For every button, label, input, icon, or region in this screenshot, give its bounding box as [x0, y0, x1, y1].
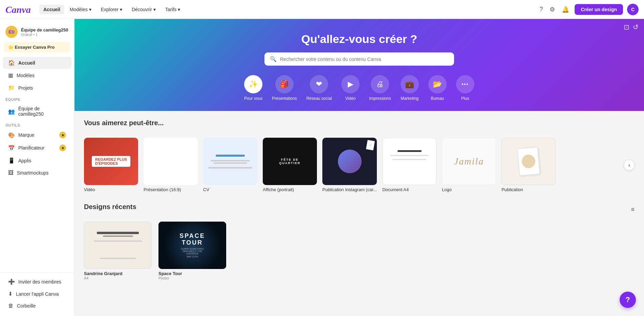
settings-icon-btn[interactable]: ⚙: [548, 4, 556, 15]
sidebar-label-accueil: Accueil: [18, 60, 35, 66]
try-pro-button[interactable]: 🌟 Essayer Canva Pro: [4, 42, 70, 52]
sidebar-item-modeles[interactable]: ▦ Modèles: [3, 69, 71, 81]
canva-logo[interactable]: Canva: [5, 4, 33, 15]
recent-card-sandrine[interactable]: Sandrine Granjard A4: [84, 222, 152, 280]
equipe-icon: 👥: [8, 108, 15, 115]
list-view-button[interactable]: ≡: [631, 206, 635, 213]
card-publication-label: Publication: [501, 187, 556, 192]
projets-icon: 📁: [8, 85, 15, 91]
recent-card-space-tour[interactable]: SPACETOUR LEARN SOMETHINGNEW ABOUT THEUN…: [158, 222, 226, 280]
hero-category-reseau-social[interactable]: ❤ Réseau social: [306, 75, 332, 101]
hero-category-bureau[interactable]: 📂 Bureau: [428, 75, 447, 101]
search-input[interactable]: [280, 57, 449, 62]
sidebar-user-sub: Gratuit • 1: [21, 32, 68, 37]
hero-top-right: ⊡ ↺: [624, 23, 639, 31]
plus-icon: •••: [456, 75, 474, 93]
avatar[interactable]: C: [627, 4, 639, 15]
create-design-button[interactable]: Créer un design: [575, 4, 623, 15]
nav-modeles[interactable]: Modèles ▾: [66, 5, 95, 14]
planificateur-icon: 📅: [8, 145, 15, 151]
video-icon: ▶: [341, 75, 360, 93]
marketing-icon: 💼: [401, 75, 419, 93]
sidebar-item-marque[interactable]: 🎨 Marque ★: [3, 129, 71, 141]
card-affiche-label: Affiche (portrait): [263, 187, 317, 192]
hero-share-button[interactable]: ↺: [633, 23, 639, 31]
card-instagram-label: Publication Instagram (car...: [322, 187, 377, 192]
nav-tarifs[interactable]: Tarifs ▾: [161, 5, 184, 14]
nav-explorer[interactable]: Explorer ▾: [97, 5, 126, 14]
hero-category-marketing[interactable]: 💼 Marketing: [401, 75, 419, 101]
sidebar-item-inviter[interactable]: ➕ Inviter des membres: [3, 276, 71, 288]
pour-vous-icon: ✨: [244, 75, 262, 93]
sidebar-item-applis[interactable]: 📱 Applis: [3, 155, 71, 166]
hero-category-icons: ✨ Pour vous 🎒 Présentations ❤ Réseau soc…: [244, 75, 474, 101]
sidebar-item-smartmockups[interactable]: 🖼 Smartmockups: [3, 167, 71, 179]
content-area: Vous aimerez peut-être... REGARDEZ PLUSD…: [74, 111, 644, 288]
sidebar-label-inviter: Inviter des membres: [18, 279, 61, 285]
card-video-label: Vidéo: [84, 187, 138, 192]
sidebar-item-lancer[interactable]: ⬇ Lancer l'appli Canva: [3, 288, 71, 300]
sidebar-avatar: ÉD: [5, 26, 18, 38]
outils-section-label: Outils: [0, 120, 74, 129]
nav-decouvrir[interactable]: Découvrir ▾: [128, 5, 160, 14]
card-video[interactable]: REGARDEZ PLUSD'ÉPISODES Vidéo: [84, 138, 138, 192]
help-icon-btn[interactable]: ?: [538, 4, 544, 14]
card-presentation-label: Présentation (16:9): [144, 187, 198, 192]
card-instagram[interactable]: 📄 Publication Instagram (car...: [322, 138, 377, 192]
notifications-icon-btn[interactable]: 🔔: [560, 4, 571, 15]
hero-section: ⊡ ↺ Qu'allez-vous créer ? 🔍 ✨ Pour vous …: [74, 19, 644, 111]
planificateur-badge: ★: [59, 144, 66, 151]
card-cv[interactable]: CV: [203, 138, 257, 192]
sidebar-label-planificateur: Planificateur: [18, 145, 44, 151]
pour-vous-label: Pour vous: [244, 96, 262, 101]
corbeille-icon: 🗑: [8, 303, 14, 309]
recent-header: Designs récents ≡: [84, 203, 635, 216]
modeles-icon: ▦: [8, 72, 13, 78]
hero-category-presentations[interactable]: 🎒 Présentations: [272, 75, 297, 101]
suggestions-scroll-right[interactable]: ›: [624, 160, 635, 171]
sidebar-item-accueil[interactable]: 🏠 Accueil: [3, 57, 71, 69]
sidebar-item-equipe[interactable]: 👥 Équipe de camilleg250: [3, 103, 71, 119]
sidebar-item-planificateur[interactable]: 📅 Planificateur ★: [3, 142, 71, 154]
sidebar-user-name: Équipe de camilleg250: [21, 27, 68, 32]
card-presentation[interactable]: Présentation (16:9): [144, 138, 198, 192]
hero-category-video[interactable]: ▶ Vidéo: [341, 75, 360, 101]
marque-badge: ★: [59, 132, 66, 138]
sidebar-user-details: Équipe de camilleg250 Gratuit • 1: [21, 27, 68, 37]
recent-card-space-tour-label: Space Tour: [158, 271, 226, 276]
suggestions-cards: REGARDEZ PLUSD'ÉPISODES Vidéo: [84, 138, 635, 192]
reseau-social-icon: ❤: [310, 75, 328, 93]
hero-category-pour-vous[interactable]: ✨ Pour vous: [244, 75, 262, 101]
sidebar-label-modeles: Modèles: [17, 73, 35, 78]
impressions-icon: 🖨: [371, 75, 389, 93]
help-button[interactable]: ?: [620, 292, 636, 308]
main-content: ⊡ ↺ Qu'allez-vous créer ? 🔍 ✨ Pour vous …: [74, 19, 644, 316]
reseau-social-label: Réseau social: [306, 96, 332, 101]
card-logo[interactable]: Jamila Logo: [442, 138, 496, 192]
hero-title: Qu'allez-vous créer ?: [301, 32, 417, 46]
sidebar-item-corbeille[interactable]: 🗑 Corbeille: [3, 300, 71, 312]
card-document[interactable]: Document A4: [382, 138, 436, 192]
bureau-label: Bureau: [431, 96, 444, 101]
sidebar-item-projets[interactable]: 📁 Projets: [3, 82, 71, 94]
smartmockups-icon: 🖼: [8, 170, 14, 176]
card-logo-label: Logo: [442, 187, 496, 192]
sidebar-label-corbeille: Corbeille: [17, 303, 36, 309]
card-publication[interactable]: Publication: [501, 138, 556, 192]
sidebar-label-smartmockups: Smartmockups: [17, 170, 48, 176]
hero-category-plus[interactable]: ••• Plus: [456, 75, 474, 101]
sidebar-user-info[interactable]: ÉD Équipe de camilleg250 Gratuit • 1: [0, 23, 74, 42]
lancer-icon: ⬇: [8, 291, 13, 297]
card-affiche[interactable]: FÊTE DE QUARTIER Affiche (portrait): [263, 138, 317, 192]
recent-card-sandrine-sub: A4: [84, 276, 152, 280]
presentations-icon: 🎒: [275, 75, 294, 93]
inviter-icon: ➕: [8, 278, 15, 285]
hero-category-impressions[interactable]: 🖨 Impressions: [369, 75, 391, 101]
nav-accueil[interactable]: Accueil: [39, 5, 64, 14]
sidebar: ÉD Équipe de camilleg250 Gratuit • 1 🌟 E…: [0, 19, 74, 316]
hero-expand-button[interactable]: ⊡: [624, 23, 629, 31]
sidebar-label-equipe: Équipe de camilleg250: [18, 106, 66, 117]
plus-label: Plus: [461, 96, 469, 101]
recent-cards: Sandrine Granjard A4 SPACETOUR LEARN SOM…: [84, 222, 635, 280]
impressions-label: Impressions: [369, 96, 391, 101]
